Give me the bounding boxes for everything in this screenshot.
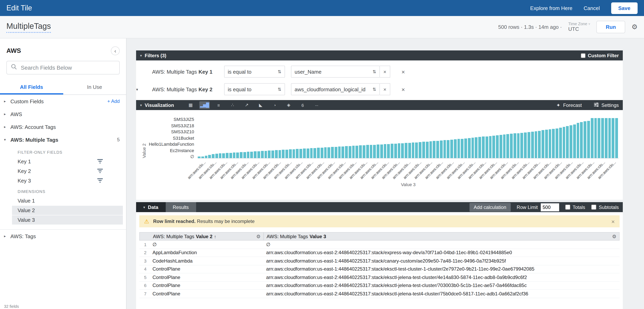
sidebar-field-value-1[interactable]: Value 1 [12,196,123,205]
subtotals-toggle[interactable]: Subtotals [591,204,619,210]
chart-bar[interactable] [359,145,362,158]
custom-filter-checkbox[interactable] [580,53,585,58]
chart-bar[interactable] [531,132,534,158]
chart-bar[interactable] [310,148,313,158]
chart-bar[interactable] [492,136,495,158]
chart-bar[interactable] [608,118,611,158]
remove-filter-button[interactable]: × [402,68,405,75]
chart-bar[interactable] [419,142,422,158]
sidebar-item-aws[interactable]: ▸AWS [0,108,126,120]
chart-bar[interactable] [387,144,390,158]
chart-bar[interactable] [240,152,242,158]
chart-bar[interactable] [208,155,211,158]
filter-icon[interactable] [97,159,103,165]
chart-bar[interactable] [198,156,200,158]
chart-bar[interactable] [545,130,548,158]
chart-bar[interactable] [352,146,355,158]
row-chart-viz-icon[interactable]: ≡ [213,101,224,109]
filter-operator-select[interactable]: is equal to ⇅ [224,66,285,78]
chart-bar[interactable] [205,156,208,158]
table-row[interactable]: 6ControlPlanearn:aws:cloudformation:us-e… [139,282,620,290]
chart-bar[interactable] [264,151,267,158]
subtotals-checkbox[interactable] [591,204,596,210]
chart-bar[interactable] [615,118,618,158]
filters-toggle[interactable]: ▾ Filters (3) [140,53,166,58]
collapse-sidebar-button[interactable]: ‹ [111,46,120,55]
chart-bar[interactable] [233,152,236,158]
chart-bar[interactable] [570,125,572,158]
table-row[interactable]: 2AppLambdaFunctionarn:aws:cloudformation… [139,249,620,257]
field-search-box[interactable] [6,61,120,74]
clear-filter-value-button[interactable]: × [380,66,390,78]
chart-bar[interactable] [422,142,425,158]
table-row[interactable]: 3CodeHashLambdaarn:aws:cloudformation:us… [139,257,620,265]
chart-bar[interactable] [584,121,586,158]
chart-bar[interactable] [348,146,352,158]
chart-bar[interactable] [475,137,478,158]
chart-bar[interactable] [261,151,264,158]
tile-title[interactable]: MultipleTags [6,22,51,32]
chart-bar[interactable] [222,153,225,158]
tab-all-fields[interactable]: All Fields [0,80,63,94]
chart-bar[interactable] [605,118,608,158]
dismiss-warning-button[interactable]: × [611,218,615,225]
chart-bar[interactable] [587,121,590,158]
more-viz-icon[interactable]: ··· [311,101,322,109]
chart-bar[interactable] [377,144,380,158]
chart-bar[interactable] [426,142,429,158]
chart-bar[interactable] [317,148,320,158]
single-value-viz-icon[interactable]: 6 [297,101,308,109]
chart-bar[interactable] [528,132,530,158]
tab-in-use[interactable]: In Use [63,80,126,94]
chart-bar[interactable] [286,150,288,158]
table-viz-icon[interactable]: ▦ [185,101,196,109]
line-chart-viz-icon[interactable]: ↗ [241,101,252,109]
chart-bar[interactable] [457,139,460,158]
cancel-button[interactable]: Cancel [584,5,600,11]
column-gear-icon[interactable]: ⚙ [256,234,260,239]
chart-bar[interactable] [289,149,292,158]
chart-bar[interactable] [226,153,228,158]
sidebar-field-key-1[interactable]: Key 1 [0,156,126,166]
chart-bar[interactable] [447,140,450,158]
chart-bar[interactable] [320,148,324,158]
chart-bar[interactable] [538,131,541,158]
chart-bar[interactable] [524,132,527,158]
chart-bar[interactable] [219,153,222,158]
row-limit-input[interactable] [540,203,559,211]
chart-bar[interactable] [254,151,257,158]
chart-bar[interactable] [324,147,327,158]
table-row[interactable]: 1∅∅ [139,240,620,249]
chart-bar[interactable] [345,146,348,158]
sidebar-item-custom-fields[interactable]: ▸ Custom Fields + Add [0,95,126,108]
bar-chart-viz-icon[interactable]: ▂▅█ [199,101,210,109]
tab-results[interactable]: Results [166,202,196,212]
chart-bar[interactable] [612,118,614,158]
chart-bar[interactable] [598,118,600,158]
chart-bar[interactable] [534,131,537,158]
sidebar-field-value-2[interactable]: Value 2 [12,206,123,215]
chart-bar[interactable] [306,148,309,158]
filter-value-select[interactable]: aws_cloudformation_logical_id ⇅ [291,83,380,95]
chart-bar[interactable] [356,146,358,158]
chart-bar[interactable] [471,138,474,158]
chart-bar[interactable] [278,150,281,158]
chart-bar[interactable] [391,144,394,158]
search-input[interactable] [21,64,115,71]
custom-filter-toggle[interactable]: Custom Filter [580,53,619,58]
chart-bar[interactable] [566,126,569,158]
chart-bar[interactable] [215,154,218,158]
chart-bar[interactable] [275,150,278,158]
chart-bar[interactable] [556,128,558,158]
filter-icon[interactable] [97,168,103,174]
chart-bar[interactable] [370,145,372,158]
chart-bar[interactable] [429,141,432,158]
chart-bar[interactable] [517,133,520,158]
filter-value-select[interactable]: user_Name ⇅ [291,66,380,78]
chart-bar[interactable] [314,148,316,158]
add-custom-field-button[interactable]: + Add [107,98,120,104]
chart-bar[interactable] [296,149,299,158]
chart-bar[interactable] [398,143,400,158]
chart-bar[interactable] [489,136,492,158]
chart-bar[interactable] [394,144,397,158]
